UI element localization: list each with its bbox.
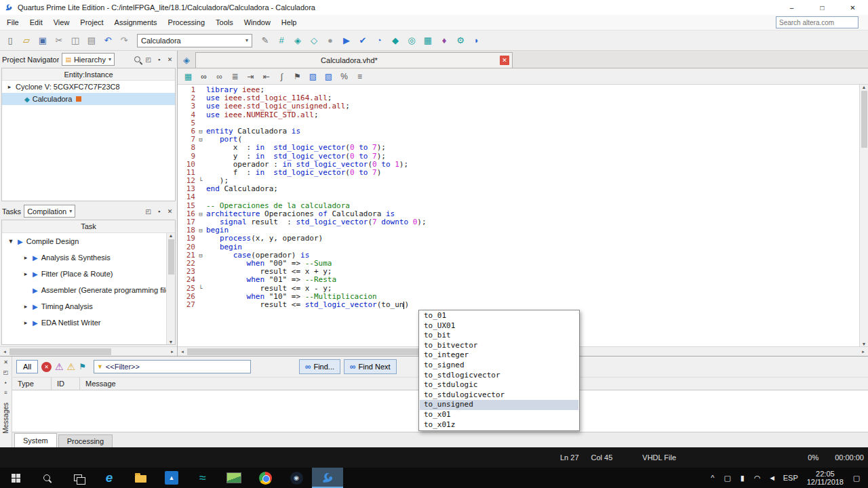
task-view-button[interactable] (62, 468, 94, 488)
chrome-icon[interactable] (250, 468, 281, 488)
fold-marker[interactable]: ⊟ (195, 226, 206, 235)
word-wrap-icon[interactable]: ≡ (353, 70, 366, 83)
detach-icon[interactable]: ◰ (1, 368, 11, 377)
code-line[interactable]: 12└ ); (178, 177, 868, 185)
task-timing-analysis[interactable]: ▸▶Timing Analysis (2, 298, 175, 314)
new-file-icon[interactable]: ▯ (3, 33, 18, 48)
code-line[interactable]: 19 process(x, y, operador) (178, 235, 868, 243)
tab-calculadora-vhd[interactable]: Calculadora.vhd* ✕ (195, 52, 513, 68)
scroll-left-arrow[interactable]: ◂ (0, 349, 9, 354)
code-line[interactable]: 17 signal result : std_logic_vector(7 do… (178, 218, 868, 226)
design-partition-icon[interactable]: ♦ (437, 33, 452, 48)
menu-window[interactable]: Window (239, 16, 276, 29)
autocomplete-item-to-bitvector[interactable]: to_bitvector (420, 341, 578, 351)
autocomplete-item-to-stdulogicvector[interactable]: to_stdulogicvector (420, 390, 578, 401)
close-button[interactable]: ✕ (837, 0, 868, 15)
battery-icon[interactable]: ▮ (735, 474, 750, 483)
autocomplete-item-to-x01z[interactable]: to_x01z (420, 420, 578, 430)
hidden-icons-chevron[interactable]: ^ (705, 474, 720, 483)
new-project-wizard-icon[interactable]: # (274, 33, 289, 48)
expand-arrow[interactable]: ▸ (6, 83, 13, 90)
find-icon[interactable]: ∞ (197, 70, 210, 83)
paste-icon[interactable]: ▤ (84, 33, 99, 48)
replace-icon[interactable]: ∞ (213, 70, 226, 83)
expand-arrow[interactable]: ▸ (22, 254, 29, 261)
hierarchy-dropdown[interactable]: ▤ Hierarchy ▾ (62, 53, 115, 66)
tab-close-icon[interactable]: ✕ (500, 56, 509, 65)
expand-arrow[interactable]: ▼ (7, 238, 14, 245)
menu-help[interactable]: Help (276, 16, 302, 29)
goto-line-icon[interactable]: ≣ (229, 70, 241, 83)
menu-edit[interactable]: Edit (24, 16, 48, 29)
start-compilation-icon[interactable]: ▶ (339, 33, 354, 48)
code-line[interactable]: 13end Calculadora; (178, 185, 868, 193)
expand-arrow[interactable]: ▸ (22, 319, 29, 326)
tab-processing[interactable]: Processing (58, 434, 113, 447)
action-center-icon[interactable]: ▢ (849, 474, 864, 483)
attach-icon[interactable]: ∫ (275, 70, 288, 83)
scrollbar-thumb[interactable] (168, 239, 174, 274)
bookmark-icon[interactable]: ⚑ (291, 70, 304, 83)
clock[interactable]: 22:05 12/11/2018 (807, 470, 844, 486)
technology-map-icon[interactable]: ◎ (404, 33, 419, 48)
stop-icon[interactable]: ● (323, 33, 338, 48)
volume-icon[interactable]: ◄ (765, 474, 780, 483)
scroll-up-arrow[interactable]: ▲ (169, 233, 174, 238)
task-fitter-place-route[interactable]: ▸▶Fitter (Place & Route) (2, 266, 175, 282)
left-horizontal-scrollbar[interactable]: ◂ ▸ (0, 346, 177, 356)
start-button[interactable] (0, 468, 31, 488)
programmer-icon[interactable]: ⚙ (453, 33, 468, 48)
store-icon[interactable]: ≈ (187, 468, 218, 488)
file-grid-icon[interactable]: ▦ (182, 70, 195, 83)
comment-bubble-icon[interactable]: ◗ (469, 33, 484, 48)
menu-project[interactable]: Project (75, 16, 108, 29)
image-preview-icon[interactable] (218, 468, 250, 488)
search-button[interactable] (31, 468, 62, 488)
start-analysis-icon[interactable]: ✔ (355, 33, 370, 48)
scroll-right-arrow[interactable]: ▸ (167, 349, 177, 354)
syntax-percent-icon[interactable]: % (338, 70, 351, 83)
column-header-id[interactable]: ID (52, 378, 80, 390)
autocomplete-item-to-01[interactable]: to_01 (420, 311, 578, 321)
cut-icon[interactable]: ✂ (52, 33, 66, 48)
code-line[interactable]: 6⊟entity Calculadora is (178, 127, 868, 136)
photos-icon[interactable]: ▲ (156, 468, 187, 488)
uncomment-icon[interactable]: ▧ (322, 70, 335, 83)
open-file-icon[interactable]: ▱ (19, 33, 34, 48)
close-icon[interactable]: ✕ (1, 358, 11, 367)
autocomplete-item-to-integer[interactable]: to_integer (420, 350, 578, 361)
menu-icon[interactable]: ≡ (1, 388, 11, 397)
close-icon[interactable]: ✕ (165, 54, 175, 65)
quartus-icon[interactable] (312, 468, 343, 488)
fold-marker[interactable]: ⊟ (195, 251, 206, 260)
scrollbar-thumb[interactable] (861, 91, 867, 148)
detach-icon[interactable]: ◰ (143, 206, 153, 217)
search-input[interactable] (776, 17, 858, 28)
editor-vertical-scrollbar[interactable]: ▲ ▼ (859, 85, 868, 346)
filter-input[interactable] (106, 363, 248, 371)
code-editor[interactable]: 1library ieee;2use ieee.std_logic_1164.a… (178, 85, 868, 346)
task-assembler-generate-programming-files[interactable]: ▶Assembler (Generate programming files) (2, 282, 175, 298)
scroll-up-arrow[interactable]: ▲ (862, 85, 867, 89)
detach-icon[interactable]: ◰ (143, 54, 153, 65)
autocomplete-item-to-bit[interactable]: to_bit (420, 331, 578, 341)
maximize-button[interactable]: □ (807, 0, 837, 15)
menu-file[interactable]: File (1, 16, 24, 29)
find-button[interactable]: ∞ Find... (299, 359, 340, 374)
task-compile-design[interactable]: ▼▶Compile Design (2, 233, 175, 249)
code-line[interactable]: 4use ieee.NUMERIC_STD.all; (178, 111, 868, 119)
code-line[interactable]: 11 f : in std_logic_vector(0 to 7) (178, 169, 868, 177)
fold-marker[interactable]: ⊟ (195, 136, 206, 144)
tab-system[interactable]: System (14, 433, 57, 447)
pin-planner-icon[interactable]: ◇ (307, 33, 321, 48)
scroll-left-arrow[interactable]: ◂ (178, 349, 187, 354)
tasks-vertical-scrollbar[interactable]: ▲ ▼ (166, 233, 175, 344)
autocomplete-item-to-stdlogicvector[interactable]: to_stdlogicvector (420, 371, 578, 381)
menu-tools[interactable]: Tools (210, 16, 239, 29)
menu-assignments[interactable]: Assignments (109, 16, 163, 29)
scroll-right-arrow[interactable]: ▸ (859, 349, 868, 354)
scroll-down-arrow[interactable]: ▼ (862, 342, 867, 346)
wifi-icon[interactable]: ◠ (750, 474, 765, 483)
outdent-icon[interactable]: ⇤ (260, 70, 273, 83)
minimize-button[interactable]: – (776, 0, 807, 15)
